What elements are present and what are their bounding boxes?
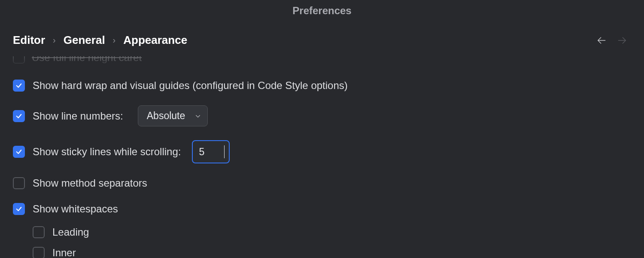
breadcrumb-item-appearance[interactable]: Appearance: [123, 34, 187, 47]
option-label-sticky-lines: Show sticky lines while scrolling:: [33, 146, 181, 158]
option-label-hard-wrap: Show hard wrap and visual guides (config…: [33, 80, 348, 92]
checkbox-method-separators[interactable]: [13, 177, 25, 189]
select-value: Absolute: [147, 110, 185, 122]
checkbox-line-numbers[interactable]: [13, 110, 25, 122]
breadcrumb-separator: ›: [113, 35, 116, 45]
option-row-cutoff: Use full line height caret: [13, 56, 631, 69]
breadcrumb-item-general[interactable]: General: [64, 34, 105, 47]
option-row-method-separators: Show method separators: [13, 170, 631, 196]
checkbox-sticky-lines[interactable]: [13, 146, 25, 158]
breadcrumb-separator: ›: [53, 35, 56, 45]
option-label-cutoff: Use full line height caret: [32, 56, 142, 64]
nav-arrows: [596, 36, 631, 45]
nav-forward-button[interactable]: [617, 36, 628, 45]
header: Editor › General › Appearance: [0, 22, 644, 56]
option-label-whitespaces: Show whitespaces: [33, 203, 118, 215]
option-row-whitespaces-inner: Inner: [13, 243, 631, 258]
checkbox-full-line-height-caret[interactable]: [13, 56, 25, 64]
option-row-whitespaces: Show whitespaces: [13, 196, 631, 222]
option-label-whitespaces-inner: Inner: [52, 247, 76, 258]
nav-back-button[interactable]: [596, 36, 607, 45]
option-row-hard-wrap: Show hard wrap and visual guides (config…: [13, 73, 631, 98]
breadcrumb-item-editor[interactable]: Editor: [13, 34, 45, 47]
breadcrumb: Editor › General › Appearance: [13, 34, 596, 47]
option-row-whitespaces-leading: Leading: [13, 222, 631, 243]
line-numbers-select[interactable]: Absolute: [138, 105, 208, 126]
option-label-method-separators: Show method separators: [33, 177, 147, 189]
checkbox-whitespaces-leading[interactable]: [33, 226, 45, 238]
option-label-whitespaces-leading: Leading: [52, 226, 89, 238]
checkbox-hard-wrap[interactable]: [13, 80, 25, 92]
chevron-down-icon: [194, 113, 201, 120]
option-row-line-numbers: Show line numbers: Absolute: [13, 98, 631, 133]
option-row-sticky-lines: Show sticky lines while scrolling:: [13, 133, 631, 170]
window-title: Preferences: [0, 0, 644, 22]
arrow-left-icon: [596, 36, 607, 45]
content-pane: Use full line height caret Show hard wra…: [0, 56, 644, 258]
checkbox-whitespaces-inner[interactable]: [33, 247, 45, 258]
checkbox-whitespaces[interactable]: [13, 203, 25, 215]
sticky-lines-input[interactable]: [192, 140, 230, 163]
arrow-right-icon: [617, 36, 628, 45]
option-label-line-numbers: Show line numbers:: [33, 110, 123, 122]
